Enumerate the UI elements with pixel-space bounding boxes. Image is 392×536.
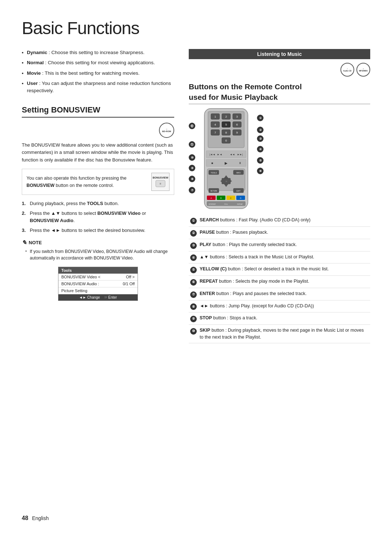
svg-text:INFO: INFO [236, 172, 241, 174]
two-column-layout: Dynamic : Choose this setting to increas… [22, 49, 370, 343]
svg-text:⏸: ⏸ [238, 161, 241, 165]
circle-num-1: ① [257, 115, 264, 121]
svg-text:INTERNET: INTERNET [209, 203, 216, 205]
remote-label-9: ⑨ [189, 163, 195, 173]
step-1: 1. During playback, press the TOOLS butt… [22, 200, 174, 207]
svg-text:≡: ≡ [160, 182, 162, 185]
remote-label-1: ① [257, 110, 264, 126]
bullet-term: Dynamic [27, 50, 47, 55]
list-item: User : You can adjust the sharpness and … [22, 80, 174, 95]
section-title-line2: used for Music Playback [189, 93, 370, 104]
svg-text:1: 1 [215, 115, 216, 118]
btn-desc-text-9: STOP button : Stops a track. [198, 312, 370, 325]
remote-label-8: ⑧ [189, 173, 195, 185]
svg-text:◄◄: ◄◄ [230, 153, 235, 156]
bullet-desc: : Choose this setting to increase Sharpn… [47, 50, 144, 55]
btn-num-3: ③ [189, 239, 198, 251]
page-footer: 48 English [22, 515, 49, 521]
circle-num-12: ⑫ [189, 123, 195, 129]
note-label: NOTE [29, 240, 42, 245]
remote-label-5: ⑤ [257, 155, 264, 166]
bonusview-description: The BONUSVIEW feature allows you to view… [22, 142, 174, 163]
bonusview-info-box: You can also operate this function by pr… [22, 169, 174, 195]
svg-text:☞: ☞ [225, 180, 227, 183]
btn-num-7: ⑦ [189, 288, 198, 300]
circle-num-2: ② [257, 127, 264, 133]
btn-desc-text-2: PAUSE button : Pauses playback. [198, 227, 370, 239]
remote-diagram-container: ⑫ ⑪ ⑩ ⑨ ⑧ ⑦ [189, 108, 370, 209]
svg-text:7: 7 [215, 131, 216, 134]
svg-text:5: 5 [225, 123, 227, 126]
remote-label-6: ⑥ [257, 166, 264, 176]
svg-text:►◄: ►◄ [217, 153, 222, 156]
section-title-bonusview: Setting BONUSVIEW [22, 105, 174, 118]
btn-desc-row-2: ② PAUSE button : Pauses playback. [189, 227, 370, 239]
btn-desc-row-6: ⑥ REPEAT button : Selects the play mode … [189, 276, 370, 288]
remote-label-4: ④ [257, 143, 264, 155]
circle-num-11: ⑪ [189, 141, 195, 148]
svg-text:4: 4 [215, 123, 216, 126]
btn-num-9: ⑨ [189, 312, 198, 325]
bullet-term: Normal [27, 60, 44, 65]
remote-label-11: ⑪ [189, 137, 195, 152]
note-section: ✎ NOTE If you switch from BONUSVIEW Vide… [22, 239, 174, 262]
btn-num-5: ⑤ [189, 263, 198, 276]
btn-desc-row-7: ⑦ ENTER button : Plays and pauses the se… [189, 288, 370, 300]
list-item: Movie : This is the best setting for wat… [22, 70, 174, 77]
svg-text:▶: ▶ [225, 161, 228, 165]
note-list: If you switch from BONUSVIEW Video, BONU… [22, 248, 174, 262]
section-title-line1: Buttons on the Remote Control [189, 82, 370, 91]
btn-desc-row-10: ⑩ SKIP button : During playback, moves t… [189, 325, 370, 343]
btn-num-10: ⑩ [189, 325, 198, 343]
audio-cd-badge: ○Audio CD [340, 63, 354, 77]
btn-num-1: ① [189, 214, 198, 226]
remote-right-number-labels: ① ② ③ ④ ⑤ ⑥ [257, 108, 264, 176]
btn-desc-row-5: ⑤ YELLOW (C) button : Select or deselect… [189, 263, 370, 276]
tools-menu-screenshot: Tools BONUSVIEW Video < Off > BONUSVIEW … [58, 267, 138, 301]
remote-label-10: ⑩ [189, 152, 195, 163]
svg-text:9: 9 [236, 131, 238, 134]
bd-rom-badge-area: ○ BD-ROM [22, 123, 174, 138]
step-2: 2. Press the ▲▼ buttons to select BONUSV… [22, 210, 174, 224]
bullet-list: Dynamic : Choose this setting to increas… [22, 49, 174, 94]
tools-menu-row-bonusview-audio: BONUSVIEW Audio : 0/1 Off [58, 281, 138, 287]
svg-text:FULL: FULL [224, 203, 228, 205]
circle-num-7: ⑦ [189, 187, 195, 193]
circle-num-6: ⑥ [257, 168, 264, 174]
btn-num-6: ⑥ [189, 276, 198, 288]
button-descriptions-table: ① SEARCH buttons : Fast Play. (Audio CD … [189, 214, 370, 343]
svg-text:D: D [240, 197, 241, 199]
tools-menu-title: Tools [58, 267, 138, 274]
btn-desc-text-6: REPEAT button : Selects the play mode in… [198, 276, 370, 288]
btn-num-8: ⑧ [189, 300, 198, 312]
svg-text:REPEAT: REPEAT [237, 203, 243, 205]
remote-label-2: ② [257, 126, 264, 134]
circle-num-10: ⑩ [189, 154, 195, 161]
bullet-desc: : This is the best setting for watching … [41, 70, 139, 76]
btn-desc-row-3: ③ PLAY button : Plays the currently sele… [189, 239, 370, 251]
remote-left-number-labels: ⑫ ⑪ ⑩ ⑨ ⑧ ⑦ [189, 108, 195, 196]
svg-text:■: ■ [212, 161, 213, 165]
list-item: Dynamic : Choose this setting to increas… [22, 49, 174, 56]
remote-label-7: ⑦ [189, 185, 195, 196]
btn-num-4: ④ [189, 251, 198, 263]
note-item: If you switch from BONUSVIEW Video, BONU… [25, 248, 174, 262]
page-title: Basic Functions [22, 18, 370, 38]
svg-text:TOOLS: TOOLS [211, 172, 217, 174]
bullet-term: Movie [27, 70, 41, 76]
circle-num-4: ④ [257, 146, 264, 152]
page-container: Basic Functions Dynamic : Choose this se… [0, 0, 392, 365]
listening-to-music-header: Listening to Music [189, 49, 370, 59]
svg-text:0: 0 [225, 139, 227, 142]
btn-desc-row-9: ⑨ STOP button : Stops a track. [189, 312, 370, 325]
btn-desc-text-3: PLAY button : Plays the currently select… [198, 239, 370, 251]
bullet-desc: : Choose this setting for most viewing a… [44, 60, 155, 65]
note-icon: ✎ [22, 239, 26, 246]
btn-desc-row-4: ④ ▲▼ buttons : Selects a track in the Mu… [189, 251, 370, 263]
svg-text:RETURN: RETURN [211, 190, 217, 192]
step-3: 3. Press the ◄► buttons to select the de… [22, 227, 174, 234]
note-title: ✎ NOTE [22, 239, 174, 246]
tools-menu-row-bonusview-video: BONUSVIEW Video < Off > [58, 274, 138, 281]
svg-text:►►|: ►►| [237, 153, 243, 156]
circle-num-9: ⑨ [189, 165, 195, 171]
